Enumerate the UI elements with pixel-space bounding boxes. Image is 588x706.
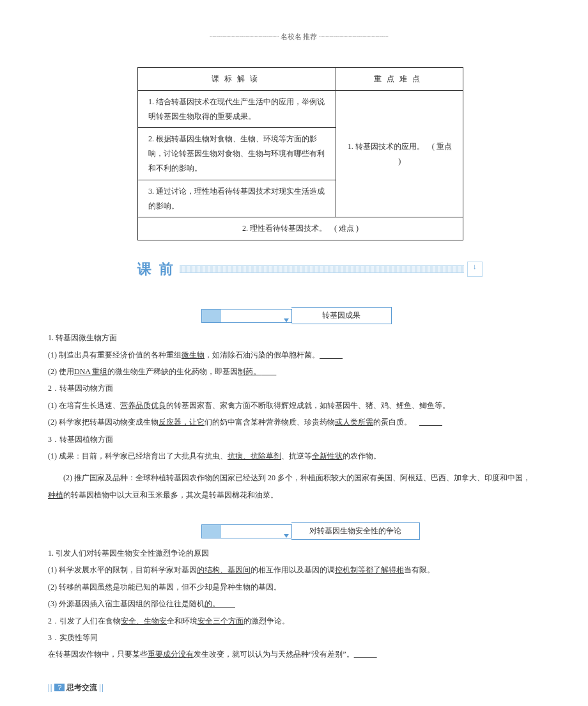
header-dots-left: ┄┄┄┄┄┄┄┄┄┄┄┄┄┄┄┄┄┄	[210, 33, 279, 40]
text-line: (1) 科学发展水平的限制，目前科学家对基因的结构、基因间的相互作用以及基因的调…	[48, 561, 550, 578]
topic-tag-icon	[201, 524, 292, 538]
banner-title: 课 前	[137, 260, 175, 279]
header-dots-right: ┄┄┄┄┄┄┄┄┄┄┄┄┄┄┄┄┄┄	[319, 33, 388, 40]
text-line: 2．引发了人们在食物安全、生物安全和环境安全三个方面的激烈争论。	[48, 613, 550, 629]
topic-marker-1: 转基因成果	[201, 307, 550, 324]
text-line: (2) 使用DNA 重组的微生物生产稀缺的生化药物，即基因制药。	[48, 363, 550, 380]
banner-arrow-icon: ↓	[467, 262, 483, 277]
table-cell: 2. 理性看待转基因技术。 ( 难点 )	[138, 217, 463, 240]
col-header-keypoints: 重点难点	[336, 68, 463, 91]
heading: 2．转基因动物方面	[48, 380, 550, 396]
table-cell: 1. 结合转基因技术在现代生产生活中的应用，举例说明转基因生物取得的重要成果。	[138, 90, 336, 128]
col-header-standards: 课标解读	[138, 68, 336, 91]
header-title: 名校名 推荐	[281, 33, 318, 40]
standards-table: 课标解读 重点难点 1. 结合转基因技术在现代生产生活中的应用，举例说明转基因生…	[137, 67, 463, 240]
text-line: (1) 在培育生长迅速、营养品质优良的转基因家畜、家禽方面不断取得辉煌成就，如转…	[48, 397, 550, 414]
page-header: ┄┄┄┄┄┄┄┄┄┄┄┄┄┄┄┄┄┄ 名校名 推荐 ┄┄┄┄┄┄┄┄┄┄┄┄┄┄…	[48, 32, 550, 42]
bars-icon: ||	[48, 683, 52, 692]
bars-icon: ||	[99, 683, 104, 692]
text-line: (1) 成果：目前，科学家已经培育出了大批具有抗虫、抗病、抗除草剂、抗逆等全新性…	[48, 448, 550, 464]
footer-tag: || ? 思考交流 ||	[48, 682, 550, 693]
heading: 3．实质性等同	[48, 629, 550, 646]
topic-label: 转基因成果	[291, 307, 392, 324]
section-banner-before: 课 前 ↓	[137, 260, 550, 275]
text-line: (1) 制造出具有重要经济价值的各种重组微生物，如清除石油污染的假单胞杆菌。	[48, 347, 550, 363]
text-line: 种植的转基因植物中以大豆和玉米最多，其次是转基因棉花和油菜。	[48, 487, 550, 503]
footer-number: ?	[54, 684, 65, 691]
text-line: 在转基因农作物中，只要某些重要成分没有发生改变，就可以认为与天然品种“没有差别”…	[48, 646, 550, 663]
text-line: (2) 科学家把转基因动物变成生物反应器，让它们的奶中富含某种营养物质、珍贵药物…	[48, 414, 550, 430]
text-line: (2) 推广国家及品种：全球种植转基因农作物的国家已经达到 20 多个，种植面积…	[48, 469, 550, 486]
text-line: (3) 外源基因插入宿主基因组的部位往往是随机的。	[48, 595, 550, 612]
heading: 3．转基因植物方面	[48, 431, 550, 448]
topic-label: 对转基因生物安全性的争论	[291, 522, 420, 540]
banner-stripe	[180, 265, 464, 273]
content-block-1: 1. 转基因微生物方面 (1) 制造出具有重要经济价值的各种重组微生物，如清除石…	[48, 329, 550, 503]
heading: 1. 引发人们对转基因生物安全性激烈争论的原因	[48, 545, 550, 561]
heading: 1. 转基因微生物方面	[48, 329, 550, 346]
topic-tag-icon	[201, 309, 292, 323]
table-cell-key: 1. 转基因技术的应用。 ( 重点 )	[336, 90, 463, 217]
content-block-2: 1. 引发人们对转基因生物安全性激烈争论的原因 (1) 科学发展水平的限制，目前…	[48, 545, 550, 663]
table-cell: 2. 根据转基因生物对食物、生物、环境等方面的影响，讨论转基因生物对食物、生物与…	[138, 128, 336, 180]
topic-marker-2: 对转基因生物安全性的争论	[201, 522, 550, 540]
text-line: (2) 转移的基因虽然是功能已知的基因，但不少却是异种生物的基因。	[48, 579, 550, 595]
table-cell: 3. 通过讨论，理性地看待转基因技术对现实生活造成的影响。	[138, 180, 336, 217]
footer-text: 思考交流	[66, 683, 97, 692]
